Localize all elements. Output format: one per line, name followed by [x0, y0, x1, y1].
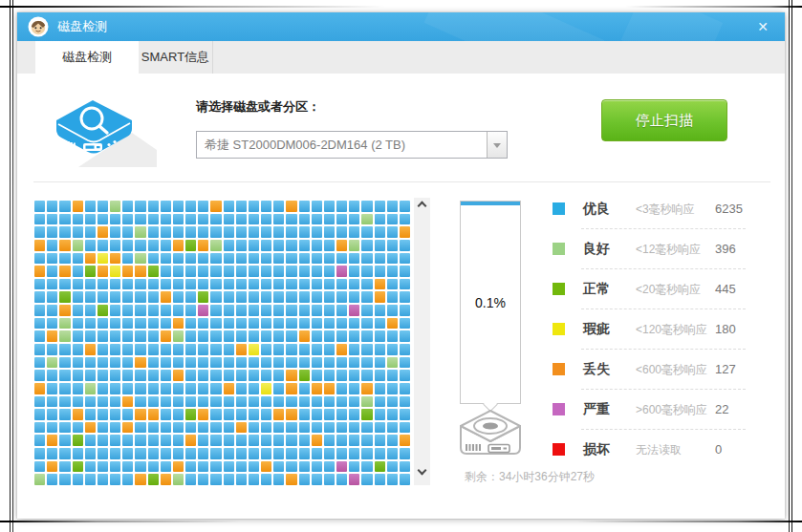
sector-block [261, 240, 271, 251]
sector-block [85, 253, 96, 265]
sector-block [161, 214, 171, 225]
sector-block [173, 201, 184, 212]
legend-row: 良好 <12毫秒响应 396 [553, 238, 772, 278]
legend-color-swatch [553, 403, 565, 415]
sector-block [135, 461, 145, 473]
sector-block [324, 291, 335, 303]
sector-block [34, 240, 45, 251]
sector-block [73, 240, 83, 251]
sector-block [400, 474, 410, 485]
sector-block [85, 370, 96, 381]
sector-block [185, 383, 196, 394]
grid-scrollbar[interactable] [414, 198, 430, 485]
sector-block [210, 396, 221, 408]
sector-block [299, 344, 310, 355]
sector-block [210, 201, 221, 212]
sector-block [85, 435, 96, 446]
sector-block [375, 396, 385, 408]
sector-block [122, 201, 133, 212]
sector-block [273, 422, 284, 434]
sector-block [286, 201, 296, 212]
sector-block [110, 291, 120, 303]
sector-block [261, 461, 271, 473]
sector-block [98, 344, 108, 355]
sector-block [236, 461, 247, 473]
sector-block [375, 474, 385, 485]
sector-block [59, 305, 70, 316]
sector-block [73, 396, 83, 408]
sector-block [249, 240, 259, 251]
sector-block [336, 330, 347, 342]
sector-block [336, 226, 347, 238]
sector-block [161, 461, 171, 473]
sector-block [224, 279, 234, 290]
sector-block [324, 422, 335, 434]
sector-block [85, 214, 96, 225]
sector-block [210, 291, 221, 303]
sector-block [361, 344, 372, 355]
sector-block [312, 357, 322, 369]
sector-block [224, 357, 234, 369]
sector-block [336, 422, 347, 434]
sector-block [34, 318, 45, 330]
sector-block [349, 226, 359, 238]
sector-block [185, 396, 196, 408]
legend-color-swatch [553, 243, 565, 255]
sector-block [312, 448, 322, 459]
sector-block [273, 448, 284, 459]
sector-block [85, 266, 96, 277]
sector-block [148, 474, 159, 485]
disk-select[interactable]: 希捷 ST2000DM006-2DM164 (2 TB) [196, 131, 508, 159]
legend-row: 损坏 无法读取 0 [553, 438, 772, 479]
tab-disk-check[interactable]: 磁盘检测 [35, 41, 139, 74]
sector-block [59, 435, 70, 446]
sector-block [98, 370, 108, 381]
tab-smart-info[interactable]: SMART信息 [139, 41, 213, 74]
sector-block [286, 253, 296, 265]
sector-block [122, 279, 133, 290]
sector-block [98, 474, 108, 485]
sector-block [261, 201, 271, 212]
sector-block [286, 448, 296, 459]
sector-block [110, 240, 120, 251]
sector-block [34, 383, 45, 394]
chevron-down-icon[interactable] [487, 132, 507, 158]
scroll-up-icon[interactable] [414, 200, 430, 216]
sector-block [148, 214, 159, 225]
sector-block [185, 201, 196, 212]
sector-block [361, 240, 372, 251]
sector-block [349, 357, 359, 369]
scroll-down-icon[interactable] [414, 467, 430, 483]
sector-block [148, 240, 159, 251]
sector-block [34, 409, 45, 420]
close-icon[interactable]: ✕ [754, 18, 771, 35]
sector-block [261, 214, 271, 225]
sector-block [312, 279, 322, 290]
sector-block [286, 318, 296, 330]
sector-block [148, 291, 159, 303]
sector-block [135, 226, 145, 238]
sector-block [34, 214, 45, 225]
sector-block [122, 474, 133, 485]
sector-block [98, 201, 108, 212]
stop-scan-button[interactable]: 停止扫描 [601, 99, 727, 141]
sector-block [59, 253, 70, 265]
sector-block [161, 240, 171, 251]
sector-block [249, 409, 259, 420]
sector-block [59, 409, 70, 420]
sector-block [161, 226, 171, 238]
sector-block [261, 279, 271, 290]
sector-block [161, 201, 171, 212]
sector-block [236, 318, 247, 330]
sector-block [224, 291, 234, 303]
sector-block [110, 214, 120, 225]
sector-block [249, 474, 259, 485]
sector-block [185, 409, 196, 420]
sector-block [236, 291, 247, 303]
sector-block [98, 330, 108, 342]
sector-block [224, 344, 234, 355]
sector-block [375, 305, 385, 316]
sector-block [110, 422, 120, 434]
sector-block [185, 474, 196, 485]
sector-block [312, 291, 322, 303]
